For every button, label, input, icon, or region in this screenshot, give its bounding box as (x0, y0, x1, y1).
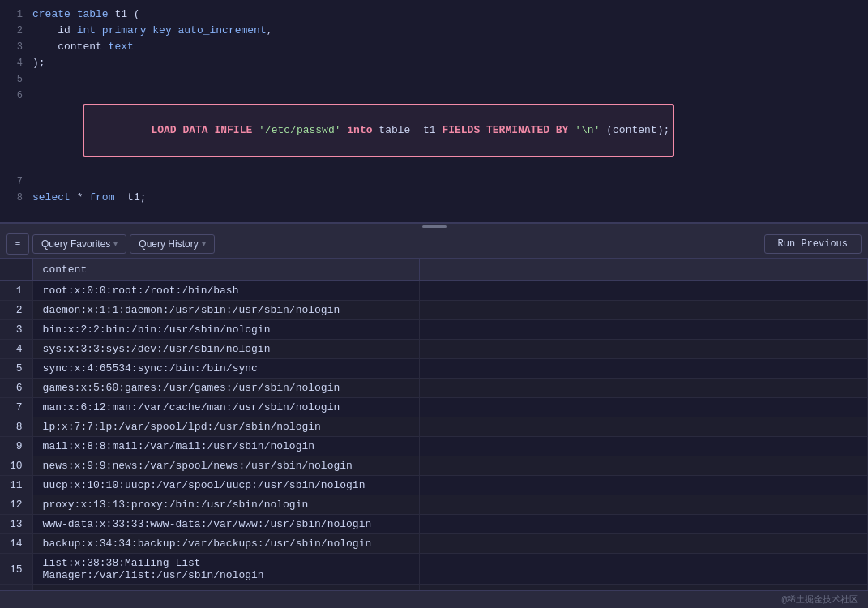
code-line-3: 3 content text (0, 39, 868, 55)
content-cell: sys:x:3:3:sys:/dev:/usr/sbin/nologin (32, 340, 419, 359)
code-line-8: 8 select * from t1; (0, 190, 868, 206)
content-cell: games:x:5:60:games:/usr/games:/usr/sbin/… (32, 379, 419, 398)
row-number-cell: 9 (0, 437, 32, 456)
extra-cell (420, 320, 868, 340)
content-cell: news:x:9:9:news:/var/spool/news:/usr/sbi… (32, 456, 419, 476)
row-number-cell: 5 (0, 359, 32, 379)
content-cell: man:x:6:12:man:/var/cache/man:/usr/sbin/… (32, 398, 419, 417)
table-row: 7man:x:6:12:man:/var/cache/man:/usr/sbin… (0, 398, 868, 417)
extra-cell (420, 495, 868, 515)
table-row: 15list:x:38:38:Mailing List Manager:/var… (0, 554, 868, 585)
content-cell: bin:x:2:2:bin:/bin:/usr/sbin/nologin (32, 320, 419, 340)
row-number-header (0, 259, 32, 281)
watermark-text: @稀土掘金技术社区 (781, 593, 858, 606)
content-column-header: content (32, 259, 419, 281)
table-row: 1root:x:0:0:root:/root:/bin/bash (0, 281, 868, 301)
extra-cell (420, 359, 868, 379)
content-cell: lp:x:7:7:lp:/var/spool/lpd:/usr/sbin/nol… (32, 417, 419, 437)
row-number-cell: 7 (0, 398, 32, 417)
toolbar: ≡ Query Favorites ▾ Query History ▾ Run … (0, 229, 868, 259)
table-row: 13www-data:x:33:33:www-data:/var/www:/us… (0, 515, 868, 534)
content-cell: mail:x:8:8:mail:/var/mail:/usr/sbin/nolo… (32, 437, 419, 456)
extra-cell (420, 456, 868, 476)
query-history-label: Query History (139, 238, 198, 250)
extra-cell (420, 534, 868, 554)
extra-col-header (420, 259, 868, 281)
table-row: 12proxy:x:13:13:proxy:/bin:/usr/sbin/nol… (0, 495, 868, 515)
extra-cell (420, 554, 868, 585)
row-number-cell: 1 (0, 281, 32, 301)
extra-cell (420, 437, 868, 456)
code-line-7: 7 (0, 173, 868, 190)
editor-panel: 1 create table t1 ( 2 id int primary key… (0, 0, 868, 223)
table-header-row: content (0, 259, 868, 281)
toolbar-left: ≡ Query Favorites ▾ Query History ▾ (6, 233, 764, 255)
extra-cell (420, 379, 868, 398)
extra-cell (420, 476, 868, 495)
row-number-cell: 11 (0, 476, 32, 495)
table-row: 5sync:x:4:65534:sync:/bin:/bin/sync (0, 359, 868, 379)
extra-cell (420, 398, 868, 417)
content-cell: root:x:0:0:root:/root:/bin/bash (32, 281, 419, 301)
content-cell: proxy:x:13:13:proxy:/bin:/usr/sbin/nolog… (32, 495, 419, 515)
code-line-4: 4 ); (0, 55, 868, 71)
code-line-1: 1 create table t1 ( (0, 6, 868, 23)
row-number-cell: 13 (0, 515, 32, 534)
row-number-cell: 12 (0, 495, 32, 515)
content-cell: www-data:x:33:33:www-data:/var/www:/usr/… (32, 515, 419, 534)
footer: @稀土掘金技术社区 (0, 590, 868, 608)
extra-cell (420, 340, 868, 359)
table-row: 2daemon:x:1:1:daemon:/usr/sbin:/usr/sbin… (0, 301, 868, 320)
run-previous-button[interactable]: Run Previous (764, 234, 862, 254)
query-favorites-chevron: ▾ (113, 239, 118, 248)
extra-cell (420, 281, 868, 301)
content-cell: daemon:x:1:1:daemon:/usr/sbin:/usr/sbin/… (32, 301, 419, 320)
row-number-cell: 3 (0, 320, 32, 340)
row-number-cell: 6 (0, 379, 32, 398)
results-panel[interactable]: content 1root:x:0:0:root:/root:/bin/bash… (0, 259, 868, 590)
results-table: content 1root:x:0:0:root:/root:/bin/bash… (0, 259, 868, 590)
resize-handle[interactable] (0, 223, 868, 229)
content-cell: list:x:38:38:Mailing List Manager:/var/l… (32, 554, 419, 585)
resize-dot (422, 225, 447, 228)
row-number-cell: 10 (0, 456, 32, 476)
extra-cell (420, 515, 868, 534)
code-line-6: 6 LOAD DATA INFILE '/etc/passwd' into ta… (0, 88, 868, 173)
table-row: 10news:x:9:9:news:/var/spool/news:/usr/s… (0, 456, 868, 476)
menu-icon-button[interactable]: ≡ (6, 233, 29, 255)
content-cell: backup:x:34:34:backup:/var/backups:/usr/… (32, 534, 419, 554)
query-history-chevron: ▾ (202, 239, 206, 248)
code-line-2: 2 id int primary key auto_increment, (0, 23, 868, 39)
table-row: 9mail:x:8:8:mail:/var/mail:/usr/sbin/nol… (0, 437, 868, 456)
extra-cell (420, 417, 868, 437)
extra-cell (420, 301, 868, 320)
row-number-cell: 2 (0, 301, 32, 320)
row-number-cell: 15 (0, 554, 32, 585)
query-history-button[interactable]: Query History ▾ (130, 234, 214, 254)
table-row: 14backup:x:34:34:backup:/var/backups:/us… (0, 534, 868, 554)
query-favorites-button[interactable]: Query Favorites ▾ (32, 234, 126, 254)
row-number-cell: 14 (0, 534, 32, 554)
results-tbody: 1root:x:0:0:root:/root:/bin/bash2daemon:… (0, 281, 868, 591)
content-cell: uucp:x:10:10:uucp:/var/spool/uucp:/usr/s… (32, 476, 419, 495)
code-line-5: 5 (0, 71, 868, 88)
query-favorites-label: Query Favorites (41, 238, 110, 250)
table-row: 8lp:x:7:7:lp:/var/spool/lpd:/usr/sbin/no… (0, 417, 868, 437)
table-row: 11uucp:x:10:10:uucp:/var/spool/uucp:/usr… (0, 476, 868, 495)
table-row: 6games:x:5:60:games:/usr/games:/usr/sbin… (0, 379, 868, 398)
table-row: 4sys:x:3:3:sys:/dev:/usr/sbin/nologin (0, 340, 868, 359)
content-cell: sync:x:4:65534:sync:/bin:/bin/sync (32, 359, 419, 379)
row-number-cell: 4 (0, 340, 32, 359)
table-row: 3bin:x:2:2:bin:/bin:/usr/sbin/nologin (0, 320, 868, 340)
row-number-cell: 8 (0, 417, 32, 437)
code-editor[interactable]: 1 create table t1 ( 2 id int primary key… (0, 0, 868, 212)
